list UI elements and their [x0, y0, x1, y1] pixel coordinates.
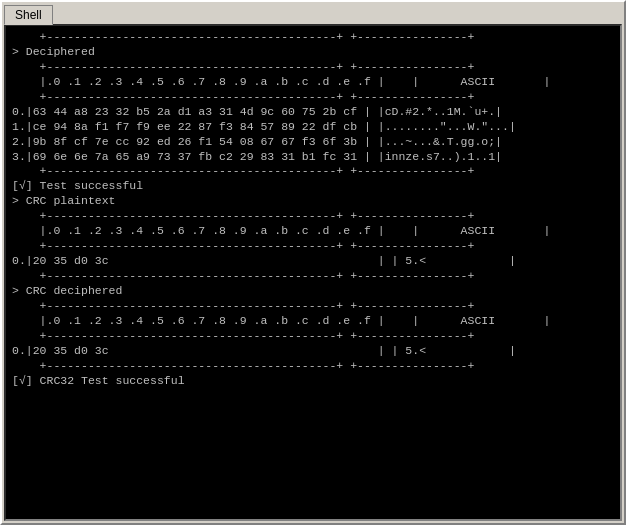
window: Shell +---------------------------------… — [0, 0, 626, 525]
terminal-output[interactable]: +---------------------------------------… — [4, 24, 622, 521]
title-bar: Shell — [2, 2, 624, 24]
shell-tab[interactable]: Shell — [4, 5, 53, 25]
